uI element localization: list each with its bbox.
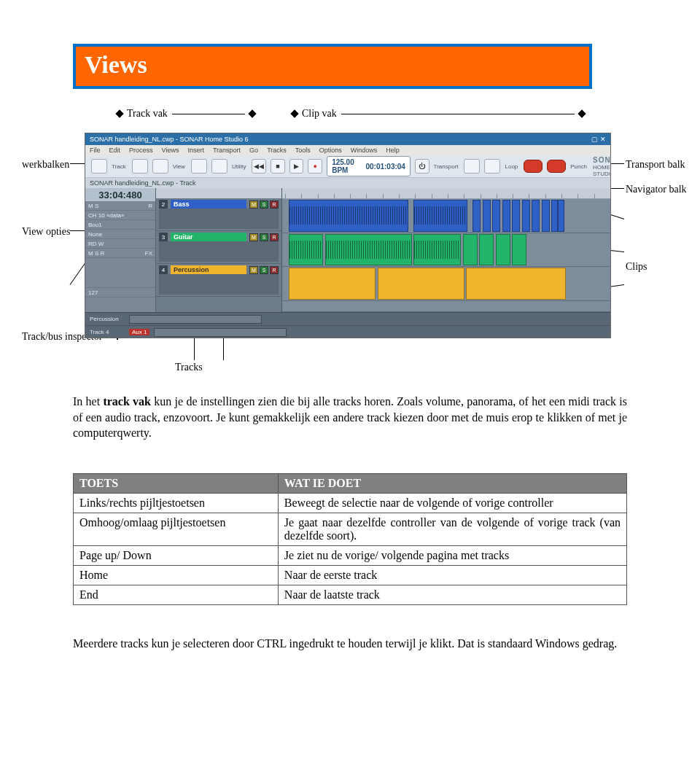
anno-navigator-balk: Navigator balk (626, 184, 687, 195)
rewind-button[interactable]: ◀◀ (252, 159, 266, 174)
solo-button[interactable]: S (260, 200, 268, 209)
bus-row[interactable]: Percussion (85, 313, 610, 326)
tool-button[interactable] (211, 159, 228, 174)
anno-clip-vak: Clip vak (292, 108, 585, 120)
window-controls[interactable]: ▢ ✕ (591, 136, 606, 143)
transport-controls: ◀◀ ■ ▶ ● 125.00 BPM 00:01:03:04 ⏻ Transp… (252, 156, 458, 176)
audio-clip[interactable] (483, 200, 491, 232)
mute-button[interactable]: M (249, 200, 258, 209)
desc-cell: Beweegt de selectie naar de volgende of … (278, 493, 626, 513)
audio-clip[interactable] (512, 234, 526, 266)
inspector-row[interactable]: M S RFX (85, 249, 155, 258)
tool-button[interactable] (484, 159, 500, 174)
bus-strip[interactable] (154, 328, 287, 337)
punch-button[interactable] (524, 160, 542, 173)
audio-clip[interactable] (492, 200, 500, 232)
track-name[interactable]: Percussion (171, 265, 246, 274)
menu-item[interactable]: Process (129, 147, 153, 154)
anno-rule (172, 114, 245, 114)
record-arm-button[interactable]: R (270, 266, 279, 274)
track-controls[interactable] (159, 209, 279, 229)
tool-button[interactable] (152, 159, 168, 174)
audio-clip[interactable] (378, 268, 464, 300)
audio-clip[interactable] (472, 200, 481, 232)
record-button[interactable]: ● (308, 159, 322, 174)
solo-button[interactable]: S (260, 266, 268, 274)
footnote-paragraph: Meerdere tracks kun je selecteren door C… (73, 636, 627, 652)
inspector-row[interactable]: M SR (85, 201, 155, 211)
document-tab[interactable]: SONAR handleiding_NL.cwp - Track (90, 179, 196, 187)
track-header-percussion[interactable]: 4 Percussion M S R (156, 264, 281, 297)
stop-button[interactable]: ■ (271, 159, 285, 174)
audio-clip[interactable] (542, 200, 550, 232)
clip-lane-guitar[interactable] (282, 233, 610, 268)
play-button[interactable]: ▶ (289, 159, 304, 174)
audio-clip[interactable] (532, 200, 540, 232)
annotated-diagram: Track vak Clip vak werkbalken Transport … (73, 102, 627, 372)
logo-subtext: HOME STUDIO (593, 164, 611, 177)
menu-item[interactable]: Insert (187, 147, 204, 154)
menu-item[interactable]: File (90, 147, 101, 154)
inspector-row[interactable]: CH 10 «data» (85, 211, 155, 220)
audio-clip[interactable] (558, 200, 564, 232)
audio-clip[interactable] (413, 200, 467, 232)
audio-clip[interactable] (551, 200, 558, 232)
diamond-icon (248, 109, 256, 117)
track-controls[interactable] (159, 241, 279, 262)
track-name[interactable]: Guitar (171, 233, 246, 241)
menu-item[interactable]: Tracks (267, 147, 287, 154)
menu-item[interactable]: Options (319, 147, 342, 154)
desc-cell: Naar de eerste track (278, 565, 626, 585)
audio-clip[interactable] (413, 234, 461, 266)
audio-clip[interactable] (463, 234, 478, 266)
menu-item[interactable]: Transport (213, 147, 241, 154)
inspector-fader[interactable] (85, 258, 155, 288)
track-name[interactable]: Bass (171, 200, 246, 209)
record-arm-button[interactable]: R (270, 233, 279, 241)
inspector-row[interactable]: None (85, 230, 155, 239)
menubar[interactable]: File Edit Process Views Insert Transport… (85, 145, 610, 155)
clip-lane-percussion[interactable] (282, 267, 610, 301)
mute-button[interactable]: M (249, 233, 258, 241)
menu-item[interactable]: Tools (295, 147, 311, 154)
track-controls[interactable] (159, 274, 279, 295)
tool-group-view: View (132, 159, 185, 174)
audio-clip[interactable] (496, 234, 510, 266)
inspector-row[interactable]: Bou1 (85, 220, 155, 230)
tool-button[interactable] (91, 159, 107, 174)
tool-label: Transport (434, 163, 459, 170)
solo-button[interactable]: S (260, 233, 268, 241)
audio-clip[interactable] (502, 200, 510, 232)
clip-lane-bass[interactable] (282, 199, 610, 233)
menu-item[interactable]: Edit (109, 147, 121, 154)
record-arm-button[interactable]: R (270, 200, 279, 209)
audio-clip[interactable] (479, 234, 494, 266)
tool-label: Loop (505, 163, 518, 170)
tool-button[interactable] (132, 159, 148, 174)
menu-item[interactable]: Help (386, 147, 400, 154)
key-cell: Home (74, 565, 279, 585)
timeline-ruler[interactable] (282, 188, 610, 199)
audio-clip[interactable] (289, 234, 323, 266)
menu-item[interactable]: Windows (351, 147, 378, 154)
power-button[interactable]: ⏻ (415, 159, 429, 174)
tool-button[interactable] (191, 159, 207, 174)
menu-item[interactable]: Views (162, 147, 179, 154)
track-header-guitar[interactable]: 3 Guitar M S R (156, 231, 281, 264)
inspector-row[interactable]: 127 (85, 288, 155, 297)
audio-clip[interactable] (289, 268, 376, 300)
audio-clip[interactable] (466, 268, 566, 300)
bus-strip[interactable] (129, 315, 262, 324)
track-header-bass[interactable]: 2 Bass M S R (156, 198, 281, 231)
inspector-row[interactable]: RD W (85, 239, 155, 249)
mute-button[interactable]: M (249, 266, 258, 274)
punch-button[interactable] (547, 160, 566, 173)
bus-row[interactable]: Track 4 Aux 1 (85, 326, 610, 338)
menu-item[interactable]: Go (249, 147, 258, 154)
clip-area[interactable] (282, 188, 610, 312)
tool-button[interactable] (464, 159, 480, 174)
audio-clip[interactable] (522, 200, 530, 232)
audio-clip[interactable] (325, 234, 412, 266)
audio-clip[interactable] (289, 200, 408, 232)
audio-clip[interactable] (512, 200, 520, 232)
